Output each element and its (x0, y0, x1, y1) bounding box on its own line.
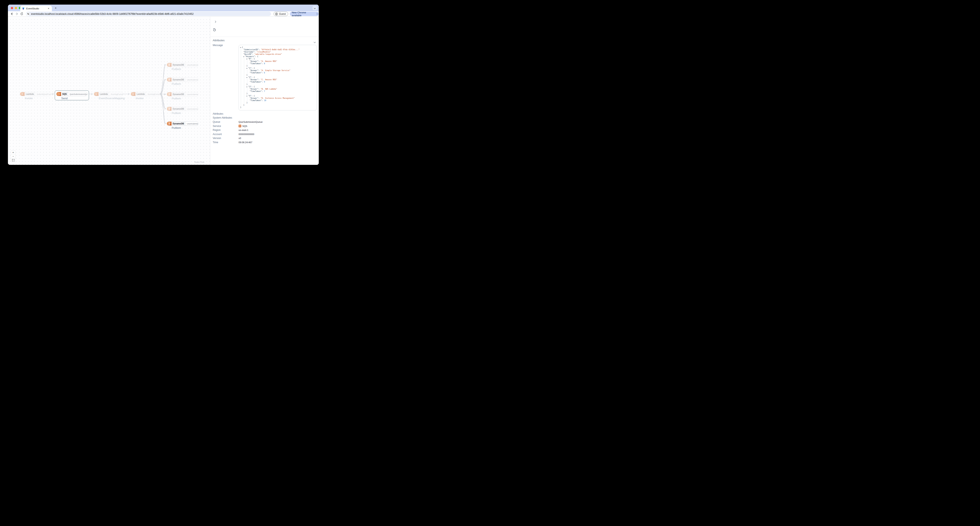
fit-view-button[interactable] (11, 158, 15, 162)
svg-text:λ: λ (22, 93, 23, 95)
node-resource-label: UserSubmissions (185, 107, 198, 111)
attribute-value: v0 (239, 137, 241, 139)
dynamodb-icon (167, 63, 172, 67)
collapse-panel-button[interactable] (213, 20, 217, 24)
attribute-row-version: Versionv0 (210, 136, 319, 140)
flow-node-dynamodb-UserSubmissions[interactable]: DynamoDB UserSubmissions PutItem (167, 107, 198, 111)
attribute-row-attributes: Attributes (210, 112, 319, 116)
svg-text:λ: λ (95, 93, 97, 95)
node-action-label: PutItem (172, 126, 181, 129)
node-resource-label: UserSubmissions (185, 122, 198, 126)
zoom-out-button[interactable]: − (11, 155, 15, 158)
chrome-update-button[interactable]: New Chrome available (290, 12, 319, 16)
tab-eventstudio[interactable]: EventStudio × (20, 6, 52, 11)
flow-node-lambda-ScoringFunction[interactable]: λ Lambda ScoringFunction EventSourceMapp… (94, 92, 123, 96)
node-service-label: DynamoDB (172, 107, 185, 111)
node-resource-label: ScoringFunction (109, 92, 123, 96)
dynamodb-icon (167, 92, 172, 96)
new-tab-button[interactable]: + (54, 6, 58, 10)
chevron-down-icon[interactable] (314, 40, 315, 43)
menu-kebab-icon[interactable] (317, 13, 318, 15)
attributes-section-header[interactable]: Attributes (213, 39, 224, 42)
sqs-icon (239, 124, 241, 128)
node-resource-label: ScoringFunction (146, 92, 160, 96)
message-json-viewer[interactable]: {"SubmissionID": "6ffdcbc5-8e8d-4a82-97e… (239, 45, 317, 110)
node-action-label: PutItem (172, 82, 181, 85)
forward-button[interactable] (16, 12, 19, 16)
tab-strip: EventStudio × + (8, 5, 319, 11)
attribute-value: 000000000000 (239, 133, 254, 135)
node-action-label: Invoke (25, 97, 33, 100)
node-resource-label: UserSubmissions (185, 63, 198, 67)
attribute-rows: AttributesSystem AttributesQueueQuizSubm… (210, 112, 319, 144)
browser-toolbar: eventstudio.localhost.localstack.cloud:4… (8, 11, 319, 17)
site-settings-icon[interactable] (27, 12, 30, 16)
node-action-label: Invoke (136, 97, 143, 100)
svg-text:λ: λ (132, 93, 134, 95)
address-bar[interactable]: eventstudio.localhost.localstack.cloud:4… (26, 12, 271, 16)
attribute-row-time: Time09:06:24:467 (210, 140, 319, 144)
zoom-in-button[interactable]: + (11, 151, 15, 155)
dynamodb-icon (167, 78, 172, 81)
back-button[interactable] (10, 12, 13, 16)
node-service-label: DynamoDB (172, 92, 185, 96)
node-service-label: Lambda (99, 92, 109, 96)
node-action-label: EventSourceMapping (99, 97, 124, 100)
lambda-icon: λ (94, 92, 99, 96)
attribute-row-account: Account000000000000 (210, 132, 319, 136)
reload-button[interactable] (20, 12, 23, 16)
attribute-value: QuizSubmissionQueue (239, 121, 263, 123)
lambda-icon: λ (131, 92, 135, 96)
node-resource-label: UserSubmissions (185, 92, 198, 96)
attribute-row-queue: QueueQuizSubmissionQueue (210, 120, 319, 124)
attribute-value: SQS (242, 125, 247, 128)
flow-controls: + − (11, 151, 15, 162)
attribute-label: Region (210, 129, 239, 132)
panel-divider (210, 37, 319, 37)
node-resource-label: QuizSubmissionQueue (68, 92, 88, 96)
flow-canvas[interactable]: λ Lambda SubmitQuizFunction Invoke SQS Q… (8, 17, 210, 165)
tab-overflow-button[interactable] (312, 6, 317, 10)
message-label: Message (213, 44, 223, 47)
guest-label: Guest (279, 13, 286, 16)
chevron-right-icon (214, 21, 216, 23)
node-service-label: Lambda (25, 92, 35, 96)
react-flow-attribution[interactable]: React Flow (194, 161, 204, 163)
attribute-value: us-east-1 (239, 129, 248, 131)
dynamodb-icon (167, 122, 172, 126)
node-action-label: PutItem (172, 97, 181, 100)
node-action-label: PutItem (172, 112, 181, 115)
flow-edges (8, 17, 210, 165)
dynamodb-icon (167, 107, 172, 111)
minimize-window-button[interactable] (15, 7, 17, 9)
node-service-label: DynamoDB (172, 63, 185, 67)
attribute-row-system-attributes: System Attributes (210, 116, 319, 120)
attribute-label: Attributes (210, 112, 239, 115)
flow-node-dynamodb-UserSubmissions[interactable]: DynamoDB UserSubmissions PutItem (167, 78, 198, 82)
flow-node-dynamodb-UserSubmissions[interactable]: DynamoDB UserSubmissions PutItem (167, 63, 198, 67)
flow-node-lambda-ScoringFunction[interactable]: λ Lambda ScoringFunction Invoke (130, 92, 160, 96)
eventstudio-favicon (22, 7, 25, 10)
node-service-label: DynamoDB (172, 122, 185, 126)
tab-close-icon[interactable]: × (47, 7, 50, 10)
refresh-button[interactable] (213, 28, 217, 32)
guest-profile-button[interactable]: Guest (274, 12, 288, 16)
node-service-label: SQS (61, 92, 68, 96)
attribute-label: Service (210, 124, 239, 128)
attribute-label: Queue (210, 120, 239, 123)
node-service-label: DynamoDB (172, 78, 185, 81)
flow-node-dynamodb-UserSubmissions[interactable]: DynamoDB UserSubmissions PutItem (167, 92, 198, 96)
flow-node-sqs-QuizSubmissionQueue[interactable]: SQS QuizSubmissionQueue Send (56, 92, 88, 96)
flow-node-dynamodb-UserSubmissions[interactable]: DynamoDB UserSubmissions PutItem (167, 121, 198, 126)
browser-window: EventStudio × + eventstudio.localhost.lo… (8, 5, 319, 165)
attribute-value: 09:06:24:467 (239, 141, 252, 143)
node-resource-label: SubmitQuizFunction (35, 92, 51, 96)
attribute-label: Version (210, 137, 239, 140)
update-label: New Chrome available (292, 11, 316, 17)
flow-node-lambda-SubmitQuizFunction[interactable]: λ Lambda SubmitQuizFunction Invoke (20, 92, 51, 96)
url-text: eventstudio.localhost.localstack.cloud:4… (31, 13, 194, 16)
lambda-icon: λ (20, 92, 25, 96)
node-action-label: Send (61, 97, 67, 100)
node-service-label: Lambda (135, 92, 146, 96)
close-window-button[interactable] (11, 7, 13, 9)
